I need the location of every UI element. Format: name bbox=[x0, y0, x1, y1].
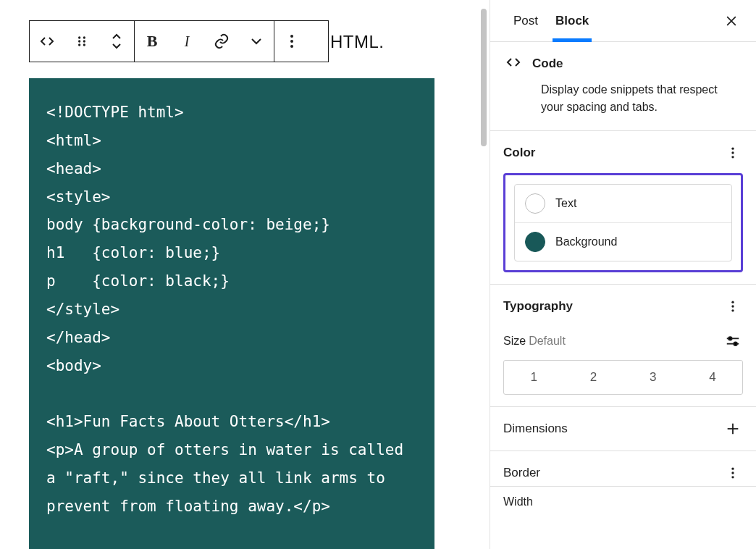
svg-point-12 bbox=[731, 151, 734, 154]
typography-panel-title: Typography bbox=[503, 299, 573, 314]
svg-point-1 bbox=[83, 36, 85, 38]
size-option-1[interactable]: 1 bbox=[504, 361, 563, 394]
toolbar-group-format: B I bbox=[135, 21, 274, 62]
inline-text-fragment: HTML. bbox=[330, 32, 385, 52]
svg-point-20 bbox=[734, 342, 737, 345]
svg-point-19 bbox=[728, 337, 732, 340]
color-item-background[interactable]: Background bbox=[515, 222, 731, 261]
svg-point-4 bbox=[78, 43, 80, 46]
color-item-text[interactable]: Text bbox=[515, 185, 731, 222]
color-settings-list: Text Background bbox=[514, 184, 732, 261]
typography-panel: Typography SizeDefault 1 2 3 4 bbox=[490, 285, 756, 407]
block-description: Display code snippets that respect your … bbox=[541, 81, 742, 116]
custom-size-toggle[interactable] bbox=[723, 331, 743, 351]
border-panel[interactable]: Border bbox=[490, 451, 756, 487]
editor-canvas: B I HTML. <!DOCTYPE html> <html> <head> … bbox=[0, 0, 490, 549]
svg-point-25 bbox=[731, 476, 734, 478]
block-toolbar: B I bbox=[29, 20, 329, 62]
close-sidebar-button[interactable] bbox=[717, 7, 746, 35]
tab-block[interactable]: Block bbox=[547, 0, 597, 42]
block-title: Code bbox=[532, 56, 563, 71]
bold-button[interactable]: B bbox=[135, 21, 169, 62]
block-info-panel: Code Display code snippets that respect … bbox=[490, 42, 756, 131]
link-button[interactable] bbox=[204, 21, 239, 62]
toolbar-group-more bbox=[274, 21, 309, 62]
size-option-2[interactable]: 2 bbox=[563, 361, 623, 394]
text-color-swatch bbox=[525, 193, 545, 214]
svg-point-15 bbox=[731, 305, 734, 307]
color-panel-menu[interactable] bbox=[723, 143, 743, 163]
color-settings-highlight: Text Background bbox=[503, 173, 743, 272]
size-option-4[interactable]: 4 bbox=[683, 361, 742, 394]
svg-point-7 bbox=[290, 40, 293, 43]
border-panel-title: Border bbox=[503, 466, 540, 480]
dimensions-panel-title: Dimensions bbox=[503, 422, 568, 436]
dimensions-add-button[interactable] bbox=[723, 419, 743, 439]
italic-button[interactable]: I bbox=[169, 21, 204, 62]
move-up-down[interactable] bbox=[99, 21, 134, 62]
more-formatting-dropdown[interactable] bbox=[239, 21, 274, 62]
color-panel: Color Text Background bbox=[490, 131, 756, 285]
svg-point-3 bbox=[83, 40, 85, 42]
svg-point-24 bbox=[731, 472, 734, 474]
color-panel-title: Color bbox=[503, 146, 535, 160]
background-color-swatch bbox=[525, 232, 545, 252]
size-option-3[interactable]: 3 bbox=[623, 361, 683, 394]
svg-point-8 bbox=[290, 45, 293, 48]
tab-post[interactable]: Post bbox=[505, 0, 547, 42]
settings-sidebar: Post Block Code Display code snippets th… bbox=[490, 0, 756, 549]
svg-point-23 bbox=[731, 468, 734, 470]
drag-handle-icon[interactable] bbox=[64, 21, 99, 62]
font-size-label: SizeDefault bbox=[503, 335, 566, 348]
svg-point-16 bbox=[731, 309, 734, 311]
text-color-label: Text bbox=[555, 197, 576, 210]
svg-point-6 bbox=[290, 35, 293, 38]
code-icon bbox=[505, 54, 522, 74]
code-block-icon[interactable] bbox=[30, 21, 64, 62]
scrollbar-thumb[interactable] bbox=[481, 9, 487, 146]
svg-point-13 bbox=[731, 156, 734, 158]
dimensions-panel[interactable]: Dimensions bbox=[490, 407, 756, 451]
svg-point-11 bbox=[731, 148, 734, 150]
font-size-presets: 1 2 3 4 bbox=[503, 360, 743, 395]
sidebar-tabs: Post Block bbox=[490, 0, 756, 42]
svg-point-5 bbox=[83, 43, 85, 46]
typography-panel-menu[interactable] bbox=[723, 296, 743, 317]
toolbar-group-block bbox=[30, 21, 135, 62]
more-options-button[interactable] bbox=[274, 21, 309, 62]
svg-point-14 bbox=[731, 301, 734, 303]
svg-point-2 bbox=[78, 40, 80, 42]
border-width-label: Width bbox=[490, 487, 756, 508]
border-panel-menu[interactable] bbox=[723, 463, 743, 483]
background-color-label: Background bbox=[555, 235, 617, 248]
code-block-content[interactable]: <!DOCTYPE html> <html> <head> <style> bo… bbox=[29, 78, 434, 549]
svg-point-0 bbox=[78, 36, 80, 38]
